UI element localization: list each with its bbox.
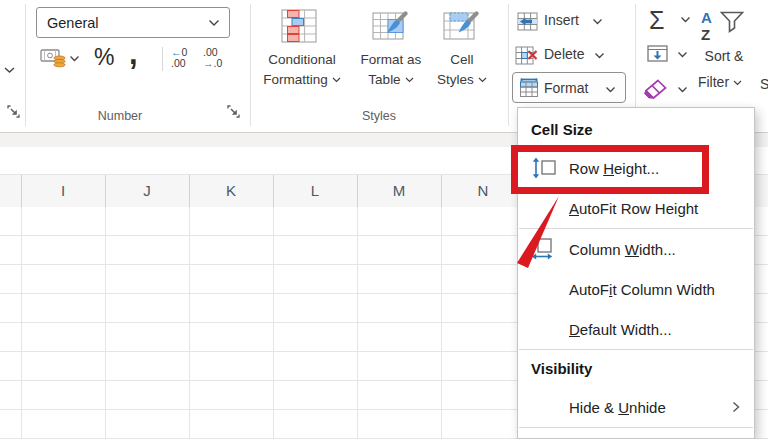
insert-button[interactable]: Insert xyxy=(544,12,579,28)
column-header-m[interactable]: M xyxy=(357,175,441,207)
cell-styles-icon xyxy=(443,9,479,49)
group-separator xyxy=(508,4,509,126)
group-separator xyxy=(250,4,251,126)
separator xyxy=(162,47,163,71)
menu-item-default-width[interactable]: Default Width... xyxy=(518,309,754,349)
delete-cells-icon xyxy=(515,46,538,69)
chevron-down-icon xyxy=(332,77,341,83)
conditional-formatting-icon xyxy=(281,7,319,49)
menu-item-hide-unhide[interactable]: Hide & Unhide xyxy=(518,387,754,427)
styles-group-label: Styles xyxy=(250,109,508,123)
submenu-chevron-icon xyxy=(732,401,740,413)
number-format-select[interactable]: General xyxy=(36,7,230,38)
percent-style-button[interactable]: % xyxy=(94,44,114,71)
format-as-table-button[interactable]: Format as Table xyxy=(346,50,436,90)
menu-divider xyxy=(519,427,753,428)
sort-az-a-icon: A xyxy=(701,10,712,25)
format-dropdown-menu: Cell SizeRow Height...AutoFit Row Height… xyxy=(517,107,755,439)
chevron-down-icon xyxy=(405,77,414,83)
filter-funnel-icon xyxy=(719,10,745,38)
row-height-icon xyxy=(531,157,557,179)
chevron-down-icon[interactable] xyxy=(680,16,691,23)
group-separator xyxy=(25,4,26,126)
gridline xyxy=(441,207,442,439)
conditional-formatting-button[interactable]: Conditional Formatting xyxy=(252,50,352,90)
menu-item-autofit-row-height[interactable]: AutoFit Row Height xyxy=(518,188,754,228)
chevron-down-icon xyxy=(478,77,487,83)
gridline xyxy=(357,207,358,439)
menu-item-label: Column Width... xyxy=(569,241,676,258)
chevron-down-icon[interactable] xyxy=(69,55,80,62)
chevron-down-icon[interactable] xyxy=(592,18,603,25)
delete-button[interactable]: Delete xyxy=(544,46,584,62)
column-width-icon xyxy=(531,238,557,260)
sort-filter-button[interactable]: Sort & xyxy=(692,48,756,64)
menu-item-row-height[interactable]: Row Height... xyxy=(518,148,754,188)
excel-window: General % , ←0 .00 .00 →.0 N xyxy=(0,0,768,439)
insert-cells-icon xyxy=(517,12,538,35)
menu-section-header: Visibility xyxy=(518,350,754,387)
chevron-down-icon[interactable] xyxy=(677,51,688,58)
gridline xyxy=(273,207,274,439)
format-as-table-icon xyxy=(372,9,408,49)
fill-down-icon[interactable] xyxy=(647,45,669,67)
column-header-i[interactable]: I xyxy=(21,175,105,207)
decrease-decimal-button[interactable]: .00 →.0 xyxy=(203,47,222,69)
sort-az-z-icon: Z xyxy=(701,27,710,42)
menu-section-header: Cell Size xyxy=(518,111,754,148)
gridline xyxy=(189,207,190,439)
sort-filter-button-line2[interactable]: Filter xyxy=(688,74,752,90)
menu-item-autofit-column-width[interactable]: AutoFit Column Width xyxy=(518,269,754,309)
menu-item-label: Hide & Unhide xyxy=(569,399,666,416)
column-header-n[interactable]: N xyxy=(441,175,525,207)
number-format-value: General xyxy=(37,15,208,31)
chevron-down-icon xyxy=(733,80,742,86)
chevron-down-icon[interactable] xyxy=(3,66,16,74)
column-header-k[interactable]: K xyxy=(189,175,273,207)
autosum-button[interactable]: Σ xyxy=(649,6,664,35)
gridline xyxy=(21,207,22,439)
right-arrow-icon: → xyxy=(203,57,214,69)
comma-style-button[interactable]: , xyxy=(129,36,138,72)
menu-item-column-width[interactable]: Column Width... xyxy=(518,229,754,269)
chevron-down-icon xyxy=(605,86,616,93)
format-button[interactable]: Format xyxy=(512,72,626,103)
menu-item-label: Row Height... xyxy=(569,160,659,177)
clear-eraser-icon[interactable] xyxy=(643,79,667,104)
cell-styles-button[interactable]: Cell Styles xyxy=(424,50,500,90)
chevron-down-icon[interactable] xyxy=(594,52,605,59)
dialog-launcher-icon[interactable] xyxy=(7,104,20,122)
menu-item-label: AutoFit Row Height xyxy=(569,200,698,217)
partial-find-select-label: S xyxy=(760,76,768,92)
accounting-format-icon[interactable] xyxy=(40,48,67,72)
format-cells-icon xyxy=(519,78,539,102)
menu-item-label: AutoFit Column Width xyxy=(569,281,715,298)
column-header-l[interactable]: L xyxy=(273,175,357,207)
format-button-label: Format xyxy=(544,80,588,96)
number-group-label: Number xyxy=(50,109,190,123)
dialog-launcher-icon[interactable] xyxy=(227,104,240,122)
column-header-j[interactable]: J xyxy=(105,175,189,207)
chevron-down-icon xyxy=(208,19,229,27)
chevron-down-icon[interactable] xyxy=(677,86,688,93)
gridline xyxy=(105,207,106,439)
increase-decimal-button[interactable]: ←0 .00 xyxy=(171,47,187,69)
menu-item-label: Default Width... xyxy=(569,321,672,338)
